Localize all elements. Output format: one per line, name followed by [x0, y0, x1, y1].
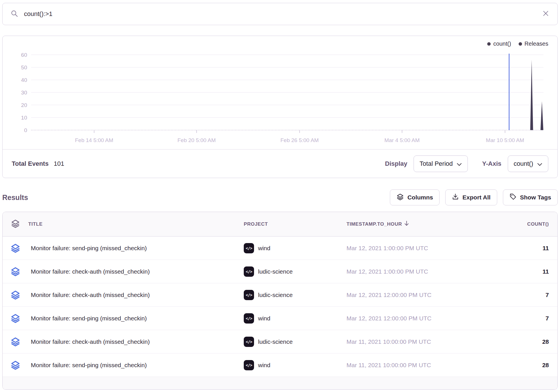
layers-icon — [396, 193, 404, 202]
y-axis-dropdown[interactable]: count() — [508, 155, 548, 172]
timestamp-cell: Mar 12, 2021 12:00:00 PM UTC — [347, 315, 509, 322]
event-title-link[interactable]: Monitor failure: send-ping (missed_check… — [28, 362, 244, 369]
project-platform-icon: </> — [244, 290, 254, 300]
event-title-link[interactable]: Monitor failure: check-auth (missed_chec… — [28, 338, 244, 345]
column-header-project[interactable]: PROJECT — [244, 221, 347, 227]
clear-search-icon[interactable] — [542, 10, 549, 18]
event-title-link[interactable]: Monitor failure: send-ping (missed_check… — [28, 315, 244, 322]
project-name: ludic-science — [258, 268, 293, 275]
y-axis-dropdown-value: count() — [514, 160, 533, 167]
project-cell[interactable]: </>wind — [244, 243, 347, 253]
display-dropdown[interactable]: Total Period — [414, 155, 468, 172]
project-name: ludic-science — [258, 292, 293, 298]
count-cell: 11 — [509, 245, 557, 252]
table-row: Monitor failure: send-ping (missed_check… — [3, 353, 557, 377]
table-footer — [3, 377, 557, 389]
layers-icon — [11, 219, 20, 229]
project-platform-icon: </> — [244, 360, 254, 370]
count-cell: 28 — [509, 362, 557, 369]
chevron-down-icon — [457, 160, 462, 168]
table-header-row: TITLE PROJECT TIMESTAMP.TO_HOUR COUNT() — [3, 212, 557, 237]
event-title-link[interactable]: Monitor failure: check-auth (missed_chec… — [28, 292, 244, 298]
chevron-down-icon — [537, 160, 542, 168]
chart-panel: 0102030405060Feb 14 5:00 AMFeb 20 5:00 A… — [2, 36, 558, 178]
timestamp-cell: Mar 12, 2021 1:00:00 PM UTC — [347, 245, 509, 252]
project-platform-icon: </> — [244, 243, 254, 253]
show-tags-button[interactable]: Show Tags — [503, 189, 558, 205]
count-cell: 7 — [509, 292, 557, 298]
event-title-link[interactable]: Monitor failure: send-ping (missed_check… — [28, 245, 244, 252]
layers-icon — [11, 314, 20, 323]
timestamp-cell: Mar 12, 2021 12:00:00 PM UTC — [347, 292, 509, 298]
table-row: Monitor failure: send-ping (missed_check… — [3, 307, 557, 330]
columns-button-label: Columns — [407, 194, 433, 201]
search-icon — [11, 10, 18, 19]
column-header-count[interactable]: COUNT() — [509, 221, 557, 227]
svg-text:Mar 4 5:00 AM: Mar 4 5:00 AM — [384, 137, 420, 143]
svg-text:Feb 20 5:00 AM: Feb 20 5:00 AM — [178, 137, 216, 143]
svg-text:0: 0 — [24, 127, 27, 133]
project-platform-icon: </> — [244, 313, 254, 324]
search-query[interactable]: count():>1 — [24, 10, 542, 18]
export-all-button[interactable]: Export All — [445, 189, 497, 205]
table-body: Monitor failure: send-ping (missed_check… — [3, 237, 557, 377]
download-icon — [452, 193, 459, 202]
sort-descending-icon — [404, 221, 409, 228]
svg-text:Feb 14 5:00 AM: Feb 14 5:00 AM — [75, 137, 113, 143]
legend-label: Releases — [525, 41, 548, 47]
legend-label: count() — [493, 41, 511, 47]
chart-canvas: 0102030405060Feb 14 5:00 AMFeb 20 5:00 A… — [3, 36, 557, 149]
column-header-title[interactable]: TITLE — [28, 221, 244, 227]
legend-item-releases[interactable]: Releases — [519, 41, 548, 47]
svg-text:30: 30 — [21, 90, 27, 96]
legend-dot-count — [487, 42, 491, 46]
total-events-value: 101 — [54, 160, 64, 167]
count-cell: 11 — [509, 268, 557, 275]
project-name: wind — [258, 315, 270, 322]
display-dropdown-value: Total Period — [420, 160, 453, 167]
columns-button[interactable]: Columns — [390, 189, 440, 205]
search-bar[interactable]: count():>1 — [2, 3, 558, 25]
project-cell[interactable]: </>ludic-science — [244, 337, 347, 347]
event-title-link[interactable]: Monitor failure: check-auth (missed_chec… — [28, 268, 244, 275]
svg-text:10: 10 — [21, 115, 27, 121]
chart-summary-bar: Total Events 101 Display Total Period Y-… — [3, 149, 557, 178]
svg-text:40: 40 — [21, 77, 27, 83]
project-name: wind — [258, 245, 270, 252]
count-cell: 7 — [509, 315, 557, 322]
display-label: Display — [385, 160, 407, 167]
svg-text:Mar 10 5:00 AM: Mar 10 5:00 AM — [486, 137, 524, 143]
layers-icon — [11, 267, 20, 276]
project-cell[interactable]: </>wind — [244, 313, 347, 324]
layers-icon — [11, 243, 20, 253]
results-table: TITLE PROJECT TIMESTAMP.TO_HOUR COUNT() … — [2, 212, 558, 390]
table-row: Monitor failure: check-auth (missed_chec… — [3, 283, 557, 307]
layers-icon — [11, 290, 20, 300]
events-chart[interactable]: 0102030405060Feb 14 5:00 AMFeb 20 5:00 A… — [3, 36, 557, 149]
page: count():>1 0102030405060Feb 14 5:00 AMFe… — [2, 3, 558, 390]
tag-icon — [509, 193, 517, 202]
timestamp-cell: Mar 11, 2021 10:00:00 PM UTC — [347, 338, 509, 345]
table-row: Monitor failure: check-auth (missed_chec… — [3, 260, 557, 283]
results-title: Results — [2, 193, 28, 202]
column-header-timestamp-label: TIMESTAMP.TO_HOUR — [347, 221, 402, 227]
project-platform-icon: </> — [244, 266, 254, 277]
column-header-timestamp[interactable]: TIMESTAMP.TO_HOUR — [347, 221, 509, 228]
svg-text:Feb 26 5:00 AM: Feb 26 5:00 AM — [281, 137, 319, 143]
project-platform-icon: </> — [244, 337, 254, 347]
show-tags-button-label: Show Tags — [520, 194, 551, 201]
table-row: Monitor failure: check-auth (missed_chec… — [3, 330, 557, 353]
project-cell[interactable]: </>wind — [244, 360, 347, 370]
svg-text:60: 60 — [21, 52, 27, 58]
layers-icon — [11, 360, 20, 370]
results-bar: Results Columns — [2, 189, 558, 205]
export-all-button-label: Export All — [462, 194, 490, 201]
table-row: Monitor failure: send-ping (missed_check… — [3, 237, 557, 260]
project-name: ludic-science — [258, 338, 293, 345]
legend-item-count[interactable]: count() — [487, 41, 511, 47]
timestamp-cell: Mar 12, 2021 1:00:00 PM UTC — [347, 268, 509, 275]
project-cell[interactable]: </>ludic-science — [244, 290, 347, 300]
y-axis-label: Y-Axis — [482, 160, 501, 167]
project-name: wind — [258, 362, 270, 369]
project-cell[interactable]: </>ludic-science — [244, 266, 347, 277]
